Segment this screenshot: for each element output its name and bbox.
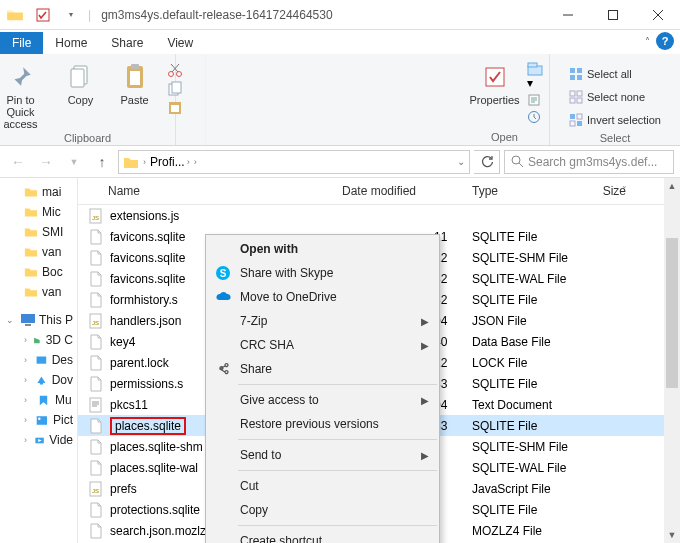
svg-rect-21 [570,68,575,73]
file-name: extensions.js [110,209,179,223]
paste-icon [123,60,147,94]
pin-quick-access-button[interactable]: Pin to Quick access [0,56,49,130]
svg-line-34 [519,163,523,167]
file-icon [88,418,104,434]
svg-rect-46 [90,398,101,412]
search-input[interactable]: Search gm3ms4ys.def... [504,150,674,174]
sidebar-item[interactable]: ›Pict [0,410,77,430]
folder-icon [24,206,38,218]
edit-icon[interactable] [527,93,543,107]
folder-icon [24,186,38,198]
monitor-icon [20,313,35,327]
ctx-give-access[interactable]: Give access to▶ [206,388,439,412]
svg-text:JS: JS [92,488,99,494]
properties-button[interactable]: Properties [467,56,523,124]
sidebar-item[interactable]: ›Des [0,350,77,370]
svg-rect-37 [36,356,46,363]
sidebar-item[interactable]: Mic [0,202,77,222]
close-button[interactable] [635,0,680,30]
file-icon [88,523,104,539]
tab-home[interactable]: Home [43,32,99,54]
column-size[interactable]: Size⌄ [584,178,634,204]
chevron-down-icon: ⌄ [621,181,628,190]
sidebar-item[interactable]: ›Dov [0,370,77,390]
svg-rect-30 [577,114,582,119]
file-name: parent.lock [110,356,169,370]
sidebar-item[interactable]: ›Mu [0,390,77,410]
file-icon [88,502,104,518]
scroll-down-icon[interactable]: ▼ [664,527,680,543]
sidebar-item[interactable]: van [0,242,77,262]
sidebar-this-pc[interactable]: ⌄ This P [0,310,77,330]
sidebar-item[interactable]: ›Vide [0,430,77,450]
file-type: SQLITE-SHM File [464,440,584,454]
column-name[interactable]: Name [78,178,334,204]
ctx-share-skype[interactable]: SShare with Skype [206,261,439,285]
library-icon [34,434,45,447]
nav-forward-button[interactable]: → [34,150,58,174]
address-dropdown-icon[interactable]: ⌄ [457,156,465,167]
svg-point-40 [38,417,41,420]
sidebar-item[interactable]: van [0,282,77,302]
select-all-button[interactable]: Select all [569,64,661,84]
chevron-right-icon: ▶ [421,316,429,327]
ctx-restore-previous[interactable]: Restore previous versions [206,412,439,436]
invert-selection-button[interactable]: Invert selection [569,110,661,130]
sidebar-item[interactable]: ›3D C [0,330,77,350]
scroll-up-icon[interactable]: ▲ [664,178,680,194]
minimize-button[interactable] [545,0,590,30]
file-type: JSON File [464,314,584,328]
svg-rect-32 [577,121,582,126]
tab-file[interactable]: File [0,32,43,54]
svg-rect-28 [577,98,582,103]
ctx-crc-sha[interactable]: CRC SHA▶ [206,333,439,357]
ribbon-collapse-icon[interactable]: ˄ [645,36,650,47]
tab-view[interactable]: View [155,32,205,54]
svg-rect-23 [570,75,575,80]
file-name: favicons.sqlite [110,230,185,244]
maximize-button[interactable] [590,0,635,30]
history-icon[interactable] [527,110,543,124]
svg-rect-18 [528,63,537,67]
column-date[interactable]: Date modified [334,178,464,204]
file-type: SQLITE File [464,377,584,391]
nav-recent-button[interactable]: ▼ [62,150,86,174]
qat-properties-icon[interactable] [32,4,54,26]
svg-text:JS: JS [92,215,99,221]
sidebar-item[interactable]: SMI [0,222,77,242]
ctx-7zip[interactable]: 7-Zip▶ [206,309,439,333]
select-none-button[interactable]: Select none [569,87,661,107]
nav-back-button[interactable]: ← [6,150,30,174]
file-icon [88,334,104,350]
open-icon[interactable]: ▾ [527,62,543,90]
ctx-create-shortcut[interactable]: Create shortcut [206,529,439,543]
ctx-move-onedrive[interactable]: Move to OneDrive [206,285,439,309]
ctx-cut[interactable]: Cut [206,474,439,498]
tab-share[interactable]: Share [99,32,155,54]
paste-button[interactable]: Paste [113,56,157,130]
qat-dropdown-icon[interactable]: ▾ [60,4,82,26]
sidebar-item[interactable]: Boc [0,262,77,282]
help-icon[interactable]: ? [656,32,674,50]
sidebar-item[interactable]: mai [0,182,77,202]
column-type[interactable]: Type [464,178,584,204]
file-type: SQLITE File [464,230,584,244]
ctx-share[interactable]: Share [206,357,439,381]
file-icon: JS [88,481,104,497]
scroll-thumb[interactable] [666,238,678,388]
nav-up-button[interactable]: ↑ [90,150,114,174]
file-icon [88,460,104,476]
copy-button[interactable]: Copy [59,56,103,130]
ctx-send-to[interactable]: Send to▶ [206,443,439,467]
library-icon [36,394,51,407]
refresh-button[interactable] [474,150,500,174]
ctx-copy[interactable]: Copy [206,498,439,522]
nav-tree[interactable]: maiMicSMIvanBocvan ⌄ This P ›3D C›Des›Do… [0,178,78,543]
address-bar[interactable]: › Profi...› › ⌄ [118,150,470,174]
scrollbar[interactable]: ▲ ▼ [664,178,680,543]
table-row[interactable]: JSextensions.js [78,205,680,226]
file-type: Text Document [464,398,584,412]
file-type: SQLITE-WAL File [464,461,584,475]
file-type: Data Base File [464,335,584,349]
ctx-open-with[interactable]: Open with [206,237,439,261]
